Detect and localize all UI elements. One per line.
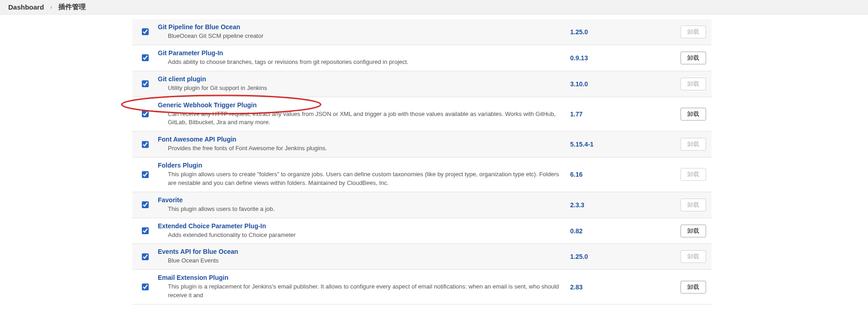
plugin-checkbox-cell: [132, 252, 158, 262]
plugin-checkbox-cell: [132, 79, 158, 89]
plugin-name-link[interactable]: Git client plugin: [158, 75, 206, 83]
plugin-checkbox[interactable]: [142, 171, 149, 178]
plugin-name-link[interactable]: Favorite: [158, 196, 182, 204]
plugin-checkbox-cell: [132, 53, 158, 63]
plugin-action-cell: 卸载: [675, 78, 712, 90]
plugin-description: This plugin allows users to favorite a j…: [168, 205, 561, 214]
plugin-action-cell: 卸载: [675, 52, 712, 64]
uninstall-button: 卸载: [681, 26, 706, 38]
plugin-info-cell: FavoriteThis plugin allows users to favo…: [158, 196, 570, 214]
plugin-action-cell: 卸载: [675, 250, 712, 263]
breadcrumb: Dashboard › 插件管理: [0, 0, 868, 15]
plugin-action-cell: 卸载: [675, 225, 712, 237]
plugin-action-cell: 卸载: [675, 108, 712, 121]
plugin-version[interactable]: 0.82: [570, 227, 675, 235]
plugin-row: Git Pipeline for Blue OceanBlueOcean Git…: [132, 19, 712, 45]
plugin-row: Email Extension PluginThis plugin is a r…: [132, 270, 712, 304]
plugin-row: Git client pluginUtility plugin for Git …: [132, 71, 712, 97]
plugin-description: Can receive any HTTP request, extract an…: [168, 110, 561, 127]
plugin-checkbox-cell: [132, 140, 158, 149]
plugin-name-link[interactable]: Git Parameter Plug-In: [158, 49, 223, 57]
plugin-version[interactable]: 0.9.13: [570, 54, 675, 62]
plugin-action-cell: 卸载: [675, 281, 712, 294]
plugin-info-cell: Git client pluginUtility plugin for Git …: [158, 75, 570, 93]
plugin-checkbox-cell: [132, 226, 158, 236]
plugin-checkbox-cell: [132, 170, 158, 179]
plugin-name-link[interactable]: Extended Choice Parameter Plug-In: [158, 222, 266, 230]
plugin-checkbox[interactable]: [142, 54, 149, 61]
plugin-action-cell: 卸载: [675, 199, 712, 211]
uninstall-button: 卸载: [681, 138, 706, 151]
uninstall-button[interactable]: 卸载: [681, 108, 706, 121]
plugin-version[interactable]: 1.77: [570, 110, 675, 118]
plugin-action-cell: 卸载: [675, 138, 712, 151]
plugin-version[interactable]: 3.10.0: [570, 80, 675, 88]
plugin-row: FavoriteThis plugin allows users to favo…: [132, 192, 712, 218]
plugin-info-cell: Events API for Blue OceanBlue Ocean Even…: [158, 248, 570, 265]
plugin-row: Events API for Blue OceanBlue Ocean Even…: [132, 244, 712, 270]
plugin-info-cell: Email Extension PluginThis plugin is a r…: [158, 274, 570, 300]
plugin-info-cell: Generic Webhook Trigger PluginCan receiv…: [158, 101, 570, 127]
plugin-checkbox[interactable]: [142, 284, 149, 290]
plugin-info-cell: Git Pipeline for Blue OceanBlueOcean Git…: [158, 23, 570, 41]
plugin-row: Git Parameter Plug-InAdds ability to cho…: [132, 45, 712, 71]
uninstall-button[interactable]: 卸载: [681, 281, 706, 294]
plugin-checkbox[interactable]: [142, 80, 149, 87]
plugin-version[interactable]: 2.83: [570, 284, 675, 291]
plugin-checkbox[interactable]: [142, 201, 149, 208]
plugin-info-cell: Git Parameter Plug-InAdds ability to cho…: [158, 49, 570, 67]
uninstall-button[interactable]: 卸载: [681, 52, 706, 64]
plugin-name-link[interactable]: Font Awesome API Plugin: [158, 136, 236, 143]
plugin-checkbox-cell: [132, 27, 158, 37]
plugin-checkbox-cell: [132, 200, 158, 210]
plugin-checkbox[interactable]: [142, 28, 149, 35]
plugin-description: This plugin allows users to create "fold…: [168, 170, 561, 188]
plugin-checkbox[interactable]: [142, 110, 149, 117]
plugin-name-link[interactable]: Generic Webhook Trigger Plugin: [158, 101, 257, 109]
plugin-version[interactable]: 5.15.4-1: [570, 141, 675, 148]
plugin-description: BlueOcean Git SCM pipeline creator: [168, 32, 561, 41]
plugin-row: Extended Choice Parameter Plug-InAdds ex…: [132, 218, 712, 244]
uninstall-button: 卸载: [681, 250, 706, 263]
plugin-name-link[interactable]: Events API for Blue Ocean: [158, 248, 238, 255]
plugin-checkbox[interactable]: [142, 227, 149, 234]
plugin-description: Adds ability to choose branches, tags or…: [168, 58, 561, 67]
plugin-checkbox-cell: [132, 109, 158, 119]
uninstall-button: 卸载: [681, 168, 706, 181]
plugin-description: Provides the free fonts of Font Awesome …: [168, 144, 561, 153]
plugin-info-cell: Font Awesome API PluginProvides the free…: [158, 136, 570, 153]
plugin-info-cell: Extended Choice Parameter Plug-InAdds ex…: [158, 222, 570, 240]
plugin-version[interactable]: 6.16: [570, 171, 675, 178]
plugin-version[interactable]: 1.25.0: [570, 253, 675, 260]
plugin-description: Utility plugin for Git support in Jenkin…: [168, 84, 561, 93]
plugin-name-link[interactable]: Folders Plugin: [158, 162, 202, 169]
plugin-checkbox[interactable]: [142, 141, 149, 148]
plugin-action-cell: 卸载: [675, 168, 712, 181]
plugin-action-cell: 卸载: [675, 26, 712, 38]
plugin-version[interactable]: 1.25.0: [570, 28, 675, 36]
breadcrumb-dashboard[interactable]: Dashboard: [8, 3, 44, 11]
plugin-row: Font Awesome API PluginProvides the free…: [132, 131, 712, 158]
breadcrumb-plugin-manager[interactable]: 插件管理: [58, 3, 86, 11]
plugin-checkbox-cell: [132, 282, 158, 292]
uninstall-button[interactable]: 卸载: [681, 225, 706, 237]
chevron-right-icon: ›: [50, 4, 52, 10]
uninstall-button: 卸载: [681, 78, 706, 90]
plugin-description: Adds extended functionality to Choice pa…: [168, 231, 561, 240]
uninstall-button: 卸载: [681, 199, 706, 211]
plugin-description: This plugin is a replacement for Jenkins…: [168, 283, 561, 300]
plugin-name-link[interactable]: Email Extension Plugin: [158, 274, 229, 281]
plugin-table: Git Pipeline for Blue OceanBlueOcean Git…: [132, 19, 712, 304]
plugin-name-link[interactable]: Git Pipeline for Blue Ocean: [158, 23, 240, 31]
plugin-row: Folders PluginThis plugin allows users t…: [132, 158, 712, 192]
plugin-info-cell: Folders PluginThis plugin allows users t…: [158, 162, 570, 188]
plugin-row: Generic Webhook Trigger PluginCan receiv…: [132, 97, 712, 132]
plugin-description: Blue Ocean Events: [168, 257, 561, 265]
plugin-checkbox[interactable]: [142, 253, 149, 260]
plugin-version[interactable]: 2.3.3: [570, 201, 675, 209]
